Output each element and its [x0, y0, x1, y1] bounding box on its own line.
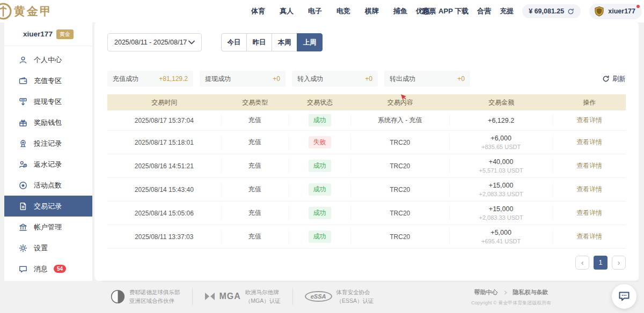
sidebar-item-withdraw-zone[interactable]: 提现专区: [4, 91, 92, 112]
nav-cards[interactable]: 棋牌: [365, 6, 379, 16]
cert-mga: MGA 欧洲马尔他牌 （MGA）认证: [204, 288, 281, 305]
sidebar-item-account-management[interactable]: 帐户管理: [4, 217, 92, 237]
sidebar-item-label: 帐户管理: [34, 222, 62, 232]
tab-today[interactable]: 今日: [221, 33, 247, 51]
nav-deposit-withdraw[interactable]: 充提: [500, 6, 514, 16]
live-chat-button[interactable]: [612, 284, 636, 309]
chat-icon: [18, 264, 28, 274]
table-header-row: 交易时间 交易类型 交易状态 交易内容 交易金额 操作: [107, 94, 626, 110]
transactions-table: 交易时间 交易类型 交易状态 交易内容 交易金额 操作 2025/08/17 1…: [107, 94, 626, 249]
cert-essa: eSSA 体育安全协会 （ESSA）认证: [305, 288, 374, 305]
points-icon: [18, 181, 28, 190]
balance-pill[interactable]: ¥ 69,081.25: [522, 4, 581, 18]
top-right-group: 优惠 APP 下载 合营 充提 ¥ 69,081.25 xiuer177: [416, 0, 642, 23]
txn-time: 2025/08/14 15:43:40: [135, 186, 194, 193]
gift-icon: [18, 118, 28, 128]
next-page-button[interactable]: ›: [612, 256, 626, 270]
refresh-icon[interactable]: [567, 8, 574, 15]
period-tabs: 今日 昨日 本周 上周: [221, 33, 323, 51]
brand-logo[interactable]: 黄金甲: [0, 0, 53, 23]
person-icon: [18, 55, 28, 65]
view-details-link[interactable]: 查看详情: [576, 161, 602, 170]
txn-type: 充值: [248, 232, 261, 241]
status-badge: 失败: [309, 136, 331, 148]
sidebar-item-label: 奖励钱包: [34, 118, 62, 128]
nav-live[interactable]: 真人: [280, 6, 294, 16]
sidebar-item-bet-records[interactable]: 投注记录: [4, 133, 92, 154]
view-details-link[interactable]: 查看详情: [576, 138, 602, 147]
stat-value: +0: [273, 75, 280, 83]
nav-fishing[interactable]: 捕鱼: [393, 6, 407, 16]
mga-wordmark: MGA: [219, 292, 241, 301]
view-details-link[interactable]: 查看详情: [576, 208, 602, 218]
mga-logo-icon: [204, 292, 215, 301]
view-details-link[interactable]: 查看详情: [576, 116, 602, 125]
txn-amount-usdt: +835.65 USDT: [481, 144, 521, 150]
cert-separator: [292, 288, 293, 305]
txn-type: 充值: [248, 161, 261, 170]
sidebar-item-messages[interactable]: 消息 54: [4, 258, 92, 279]
txn-amount-usdt: +2,083.33 USDT: [479, 191, 523, 197]
txn-type: 充值: [248, 185, 261, 194]
sidebar-item-rebate-records[interactable]: 返水记录: [4, 154, 92, 175]
user-menu[interactable]: xiuer177: [589, 4, 642, 19]
sidebar-item-label: 活动点数: [34, 181, 62, 190]
txn-type: 充值: [248, 138, 261, 147]
txn-amount-usdt: +5,571.03 USDT: [479, 167, 523, 174]
sidebar-item-settings[interactable]: 设置: [4, 237, 92, 258]
sidebar-username: xiuer177: [23, 30, 53, 38]
col-status: 交易状态: [289, 98, 351, 107]
chat-bubble-icon: [618, 290, 631, 303]
sidebar-item-personal-center[interactable]: 个人中心: [4, 49, 92, 70]
wallet-icon: [18, 76, 28, 86]
tab-yesterday[interactable]: 昨日: [246, 33, 272, 51]
primary-nav: 体育 真人 电子 电竞 棋牌 捕鱼 彩票: [251, 0, 436, 23]
tab-last-week[interactable]: 上周: [297, 33, 323, 51]
sidebar-item-label: 充值专区: [34, 76, 62, 86]
cert-line2: 亚洲区域合作伙伴: [129, 296, 180, 305]
page-1-button[interactable]: 1: [594, 256, 608, 270]
stat-label: 提现成功: [205, 74, 231, 84]
nav-esports[interactable]: 电竞: [336, 6, 350, 16]
view-details-link[interactable]: 查看详情: [576, 232, 602, 241]
stat-transfer-out-success: 转出成功 +0: [384, 71, 470, 87]
status-badge: 成功: [309, 160, 331, 172]
prev-page-button[interactable]: ‹: [575, 256, 589, 270]
nav-app-download[interactable]: APP 下载: [438, 6, 469, 16]
sidebar-item-activity-points[interactable]: 活动点数: [4, 175, 92, 196]
txn-amount: +40,000: [489, 158, 514, 166]
txn-content: TRC20: [390, 139, 410, 146]
username-label: xiuer177: [608, 8, 635, 15]
help-center-link[interactable]: 帮助中心: [474, 288, 498, 296]
nav-partnership[interactable]: 合营: [477, 6, 491, 16]
balance-amount: ¥ 69,081.25: [529, 8, 564, 15]
refresh-button[interactable]: 刷新: [602, 74, 626, 84]
sidebar-item-label: 返水记录: [34, 160, 62, 169]
nav-slots[interactable]: 电子: [308, 6, 322, 16]
tab-this-week[interactable]: 本周: [272, 33, 297, 51]
table-row: 2025/08/14 15:43:40 充值 成功 TRC20 +15,000+…: [107, 178, 626, 202]
txn-amount: +15,000: [489, 205, 514, 213]
cert-separator: [192, 288, 193, 305]
top-bar: 黄金甲 体育 真人 电子 电竞 棋牌 捕鱼 彩票 优惠 APP 下载 合营 充提…: [0, 0, 644, 23]
privacy-terms-link[interactable]: 隐私权与条款: [513, 288, 548, 296]
nav-promotions[interactable]: 优惠: [416, 6, 430, 16]
txn-content: TRC20: [390, 162, 410, 170]
filter-row: 2025/08/11 - 2025/08/17 今日 昨日 本周 上周: [107, 33, 626, 51]
txn-time: 2025/08/11 13:37:03: [135, 233, 193, 241]
sidebar-item-label: 设置: [34, 243, 48, 253]
sidebar-item-deposit-zone[interactable]: 充值专区: [4, 70, 92, 91]
vip-level-badge: 黄金: [56, 29, 74, 39]
txn-content: 系统存入 - 充值: [378, 116, 422, 125]
txn-content: TRC20: [390, 186, 410, 193]
cert-line1: 体育安全协会: [336, 288, 374, 296]
sidebar-item-reward-wallet[interactable]: 奖励钱包: [4, 112, 92, 133]
txn-time: 2025/08/17 15:37:04: [135, 117, 194, 124]
nav-sports[interactable]: 体育: [251, 6, 265, 16]
table-row: 2025/08/17 15:37:04 充值 成功 系统存入 - 充值 +6,1…: [107, 110, 626, 131]
sidebar-item-transaction-records[interactable]: 交易记录: [4, 196, 92, 217]
view-details-link[interactable]: 查看详情: [576, 185, 602, 194]
txn-time: 2025/08/14 15:05:06: [135, 210, 194, 217]
stat-value: +0: [365, 75, 372, 83]
date-range-select[interactable]: 2025/08/11 - 2025/08/17: [107, 33, 202, 51]
